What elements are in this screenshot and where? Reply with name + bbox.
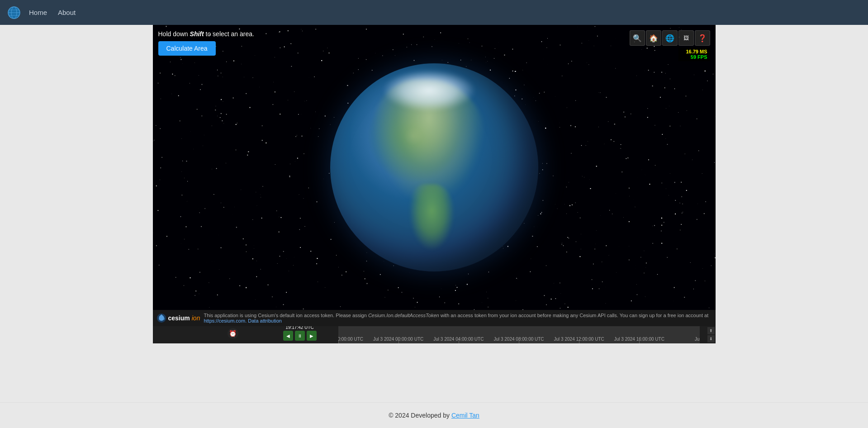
right-toolbar: 🔍 🏠 🌐 🖼 ❓ 16.79 MS 59 FPS: [630, 30, 710, 61]
timeline-expand: ⬆ ⬇: [707, 326, 716, 343]
main-content: Hold down Shift to select an area. Calcu…: [0, 25, 868, 402]
cesium-viewer[interactable]: Hold down Shift to select an area. Calcu…: [153, 25, 716, 343]
cesium-url[interactable]: https://cesium.com.: [204, 318, 247, 323]
expand-up-button[interactable]: ⬆: [707, 327, 715, 334]
home-nav-link[interactable]: Home: [24, 6, 52, 19]
timeline-track: Jul 2 2024 20:00:00 UTCJul 3 2024 00:00:…: [338, 326, 700, 343]
timeline-label: Jul 3 2024 08:00:00 UTC: [493, 337, 544, 342]
left-controls: Hold down Shift to select an area. Calcu…: [158, 30, 254, 56]
earth-globe: [330, 63, 538, 271]
clock-icon-button[interactable]: ⏰: [228, 328, 238, 339]
timeline-label: Jul 3 2024 16:00:00 UTC: [614, 337, 664, 342]
perf-fps: 59 FPS: [691, 54, 707, 60]
performance-display: 16.79 MS 59 FPS: [678, 48, 710, 61]
imagery-button[interactable]: 🖼: [678, 30, 694, 46]
help-button[interactable]: ❓: [695, 30, 710, 46]
forward-button[interactable]: ▶: [307, 331, 317, 341]
time-label: 19:17:42 UTC: [285, 326, 313, 330]
globe-nav-icon: [7, 6, 21, 19]
bottom-bar: cesium ion This application is using Ces…: [153, 310, 716, 343]
credit-text: This application is using Cesium's defau…: [204, 313, 711, 323]
data-attribution-link[interactable]: Data attribution: [248, 318, 282, 323]
rewind-button[interactable]: ◀: [283, 331, 293, 341]
perf-ms: 16.79 MS: [686, 49, 707, 54]
timeline-label: Jul 3 2024 04:00:00 UTC: [433, 337, 484, 342]
ion-text: ion: [192, 314, 200, 322]
timeline-label: Jul 3 2024 12:00:00 UTC: [554, 337, 604, 342]
timeline-bar[interactable]: ⏰ 1x Ju: [153, 326, 716, 343]
globe-2d-button[interactable]: 🌐: [662, 30, 678, 46]
timeline-label: Jul 3 2024 00:00:00 UTC: [373, 337, 423, 342]
about-nav-link[interactable]: About: [53, 6, 80, 19]
space-background[interactable]: Hold down Shift to select an area. Calcu…: [153, 25, 716, 310]
nav-links: Home About: [24, 6, 80, 19]
cesium-text: cesium: [168, 314, 190, 322]
author-link[interactable]: Cemil Tan: [451, 412, 479, 419]
home-button[interactable]: 🏠: [646, 30, 661, 46]
time-controls: 1x Jul 2 2024 19:17:42 UTC ◀ ⏸ ▶: [283, 326, 317, 341]
cesium-logo: cesium ion: [157, 313, 200, 323]
instruction-text: Hold down Shift to select an area.: [158, 30, 254, 38]
cesium-logo-icon: [157, 313, 166, 323]
ui-overlay: Hold down Shift to select an area. Calcu…: [153, 25, 716, 67]
search-button[interactable]: 🔍: [630, 30, 645, 46]
toolbar-buttons: 🔍 🏠 🌐 🖼 ❓: [630, 30, 710, 46]
pause-button[interactable]: ⏸: [295, 331, 305, 341]
timeline-label: Jul 2 2024 20:00:00 UTC: [338, 337, 364, 342]
expand-down-button[interactable]: ⬇: [707, 335, 715, 342]
playback-controls: ◀ ⏸ ▶: [283, 331, 317, 341]
timeline-label: Jul 3: [695, 337, 700, 342]
footer-text: © 2024 Developed by: [389, 412, 451, 419]
timeline-ruler[interactable]: Jul 2 2024 20:00:00 UTCJul 3 2024 00:00:…: [338, 326, 700, 343]
credit-bar: cesium ion This application is using Ces…: [153, 310, 716, 326]
calculate-area-button[interactable]: Calculate Area: [158, 41, 216, 56]
footer: © 2024 Developed by Cemil Tan: [0, 402, 868, 428]
snow-cap: [382, 70, 476, 111]
navbar: Home About: [0, 0, 868, 25]
